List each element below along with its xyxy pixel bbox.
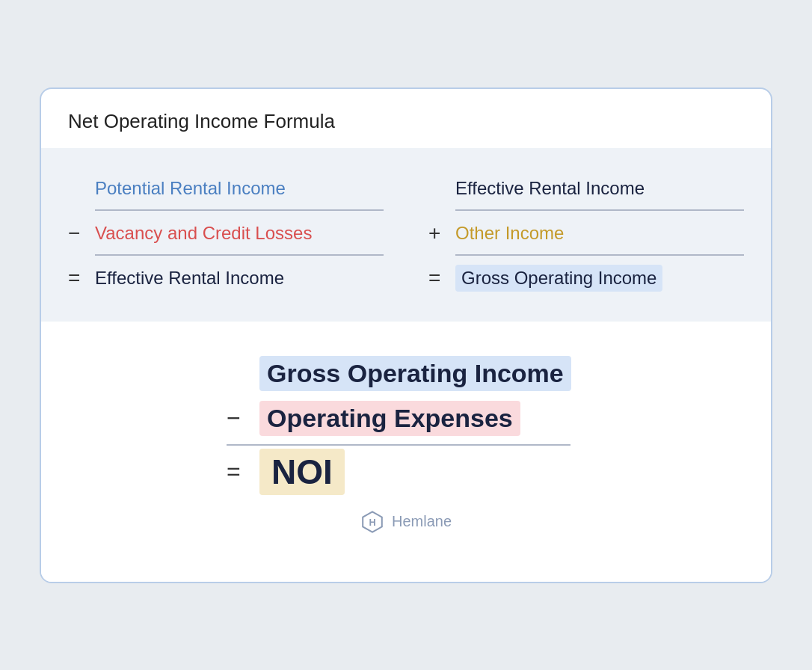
left-divider-2: [95, 254, 384, 256]
vacancy-credit-losses-label: Vacancy and Credit Losses: [95, 220, 312, 247]
brand-name: Hemlane: [392, 513, 452, 530]
bottom-divider: [227, 444, 570, 446]
main-card: Net Operating Income Formula Potential R…: [40, 87, 772, 583]
right-row-2: + Other Income: [428, 214, 744, 253]
right-op-3: =: [428, 266, 455, 290]
right-divider-2: [455, 254, 744, 256]
noi-label: NOI: [259, 449, 345, 495]
operating-expenses-label: Operating Expenses: [259, 401, 520, 436]
right-row-1: Effective Rental Income: [428, 169, 744, 208]
bottom-row-1: Gross Operating Income: [227, 351, 571, 396]
right-formula-col: Effective Rental Income + Other Income =…: [384, 169, 744, 298]
potential-rental-income-label: Potential Rental Income: [95, 175, 286, 202]
svg-text:H: H: [369, 516, 375, 527]
card-title: Net Operating Income Formula: [41, 89, 771, 148]
left-formula-col: Potential Rental Income − Vacancy and Cr…: [68, 169, 384, 298]
left-op-2: −: [68, 221, 95, 245]
bottom-op-3: =: [227, 458, 259, 485]
footer: H Hemlane: [360, 495, 452, 555]
bottom-op-2: −: [227, 405, 259, 432]
hemlane-logo-icon: H: [360, 510, 384, 534]
other-income-label: Other Income: [455, 220, 564, 247]
left-row-1: Potential Rental Income: [68, 169, 384, 208]
left-row-2: − Vacancy and Credit Losses: [68, 214, 384, 253]
gross-operating-income-label: Gross Operating Income: [455, 265, 662, 292]
left-divider-1: [95, 209, 384, 211]
left-row-3: = Effective Rental Income: [68, 259, 384, 298]
top-formula-section: Potential Rental Income − Vacancy and Cr…: [41, 148, 771, 322]
right-divider-1: [455, 209, 744, 211]
bottom-formula: Gross Operating Income − Operating Expen…: [227, 351, 585, 495]
right-op-2: +: [428, 221, 455, 245]
effective-rental-income-label: Effective Rental Income: [95, 265, 284, 292]
eri-right-label: Effective Rental Income: [455, 175, 645, 202]
bottom-row-2: − Operating Expenses: [227, 396, 520, 441]
left-op-3: =: [68, 266, 95, 290]
right-row-3: = Gross Operating Income: [428, 259, 744, 298]
bottom-row-3: = NOI: [227, 449, 345, 495]
bottom-section: Gross Operating Income − Operating Expen…: [41, 322, 771, 582]
bottom-gross-income-label: Gross Operating Income: [259, 356, 571, 391]
